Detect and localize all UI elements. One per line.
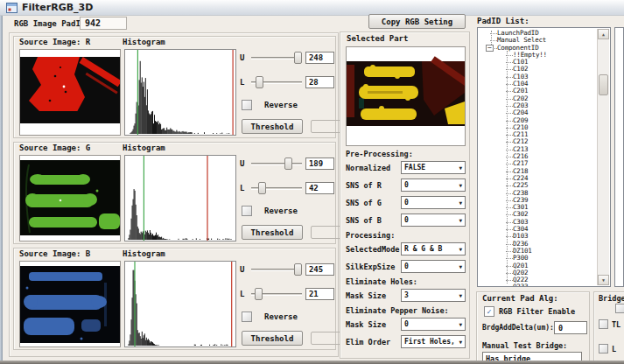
tree-scrollbar[interactable]: ▲ ▼: [597, 29, 609, 285]
source-images-container: Source Image: R Histogram U 248 L 28: [9, 32, 339, 357]
tree-item[interactable]: C239: [478, 197, 597, 204]
lower-threshold-value[interactable]: 28: [305, 76, 334, 88]
tree-item[interactable]: C102: [478, 66, 597, 73]
scrollbar-thumb[interactable]: [599, 74, 608, 95]
tree-item[interactable]: C216: [478, 153, 597, 160]
section-title: Eliminate Pepper Noise:: [346, 306, 466, 316]
collapse-icon[interactable]: −: [486, 45, 494, 52]
tree-item[interactable]: C238: [478, 190, 597, 197]
scroll-up-icon[interactable]: ▲: [598, 29, 609, 39]
tree-item[interactable]: C304: [478, 226, 597, 233]
tree-item[interactable]: C201: [478, 88, 597, 94]
scroll-down-icon[interactable]: ▼: [598, 275, 609, 285]
source-image-panel: Source Image: B Histogram U 245 L 21: [13, 248, 336, 350]
tree-item[interactable]: DZ101: [478, 248, 597, 255]
lower-slider-label: L: [240, 290, 248, 298]
reverse-checkbox[interactable]: [242, 206, 252, 216]
current-pad-alg-title: Current Pad Alg:: [482, 294, 558, 303]
tree-item[interactable]: C211: [478, 131, 597, 138]
param-dropdown[interactable]: 0 ▼: [401, 196, 466, 209]
padid-value-box[interactable]: 942: [80, 17, 127, 30]
param-dropdown[interactable]: 0 ▼: [401, 214, 466, 227]
upper-threshold-slider[interactable]: [251, 262, 302, 276]
window-title: FilterRGB_3D: [22, 2, 93, 13]
slider-thumb[interactable]: [256, 76, 263, 88]
tree-item[interactable]: C212: [478, 138, 597, 145]
bridge-checkbox-partial[interactable]: [615, 304, 624, 313]
lower-threshold-slider[interactable]: [251, 75, 302, 89]
param-dropdown[interactable]: FALSE ▼: [401, 161, 466, 174]
tree-connector: [506, 229, 513, 230]
tree-item[interactable]: !!Empty!!: [478, 52, 597, 59]
tree-item[interactable]: C104: [478, 80, 597, 88]
threshold-button[interactable]: Threshold: [242, 225, 303, 240]
tree-item[interactable]: P300: [478, 255, 597, 262]
upper-threshold-value[interactable]: 248: [305, 52, 334, 64]
reverse-checkbox[interactable]: [242, 100, 252, 110]
tree-item[interactable]: C301: [478, 204, 597, 211]
tree-item[interactable]: C224: [478, 175, 597, 182]
tree-item[interactable]: C203: [478, 102, 597, 109]
chevron-down-icon: ▼: [459, 263, 462, 270]
param-dropdown[interactable]: R & G & B ▼: [401, 242, 466, 256]
histogram-title: Histogram: [123, 38, 165, 46]
param-dropdown[interactable]: First Holes, ▼: [401, 335, 466, 348]
tree-item[interactable]: C209: [478, 117, 597, 124]
upper-threshold-value[interactable]: 245: [305, 263, 334, 276]
param-dropdown[interactable]: 0 ▼: [401, 260, 466, 273]
upper-threshold-slider[interactable]: [251, 157, 302, 171]
slider-thumb[interactable]: [284, 158, 292, 170]
tree-item[interactable]: D103: [478, 233, 597, 240]
param-row: Mask Size 3 ▼: [346, 289, 466, 302]
rgb-filter-enable-checkbox[interactable]: ✓: [484, 306, 494, 317]
tree-connector: [506, 69, 513, 70]
histogram-title: Histogram: [123, 144, 165, 152]
tree-item[interactable]: C213: [478, 146, 597, 153]
upper-threshold-value[interactable]: 189: [305, 158, 334, 170]
tree-item[interactable]: C303: [478, 219, 597, 226]
bridge-delta-input[interactable]: 0: [554, 321, 587, 334]
tree-item[interactable]: Q201: [478, 262, 597, 270]
tree-item[interactable]: Q222: [478, 276, 597, 284]
tree-item[interactable]: Q202: [478, 270, 597, 276]
tree-item[interactable]: C204: [478, 109, 597, 116]
tree-item[interactable]: C218: [478, 168, 597, 175]
copy-rgb-setting-button[interactable]: Copy RGB Seting: [368, 14, 466, 29]
tree-item[interactable]: C225: [478, 182, 597, 189]
bridge-tl-checkbox[interactable]: [599, 319, 608, 329]
tree-item[interactable]: D236: [478, 241, 597, 248]
tree-connector: [506, 200, 513, 201]
lower-threshold-value[interactable]: 21: [305, 288, 334, 300]
param-dropdown[interactable]: 0 ▼: [401, 178, 466, 192]
upper-threshold-slider[interactable]: [251, 51, 302, 65]
slider-thumb[interactable]: [294, 263, 302, 276]
slider-thumb[interactable]: [258, 182, 266, 194]
lower-threshold-slider[interactable]: [251, 181, 302, 195]
tree-item[interactable]: C101: [478, 59, 597, 66]
param-dropdown[interactable]: 3 ▼: [401, 289, 466, 302]
tree-connector: [506, 186, 513, 186]
bridge-l-checkbox[interactable]: [599, 344, 608, 354]
param-dropdown[interactable]: 0 ▼: [401, 318, 466, 331]
tree-item[interactable]: C302: [478, 211, 597, 218]
tree-item[interactable]: C103: [478, 74, 597, 80]
slider-thumb[interactable]: [294, 52, 302, 64]
lower-threshold-value[interactable]: 42: [305, 182, 334, 194]
param-value: 0: [404, 199, 409, 206]
tree-connector: [506, 128, 513, 129]
tree-connector: [506, 106, 513, 107]
lower-threshold-slider[interactable]: [251, 287, 302, 301]
tree-connector: [506, 258, 513, 259]
tree-item[interactable]: Q233: [478, 284, 597, 286]
tree-item[interactable]: C217: [478, 160, 597, 167]
tree-item[interactable]: C202: [478, 95, 597, 102]
tree-connector: [506, 121, 513, 122]
slider-thumb[interactable]: [255, 288, 263, 300]
tree-connector: [506, 178, 513, 179]
threshold-button[interactable]: Threshold: [242, 331, 303, 346]
threshold-button[interactable]: Threshold: [242, 119, 303, 134]
param-row: Mask Size 0 ▼: [346, 318, 466, 331]
padid-label: RGB Image PadID:: [14, 19, 90, 28]
tree-item[interactable]: C210: [478, 124, 597, 131]
reverse-checkbox[interactable]: [242, 312, 252, 322]
